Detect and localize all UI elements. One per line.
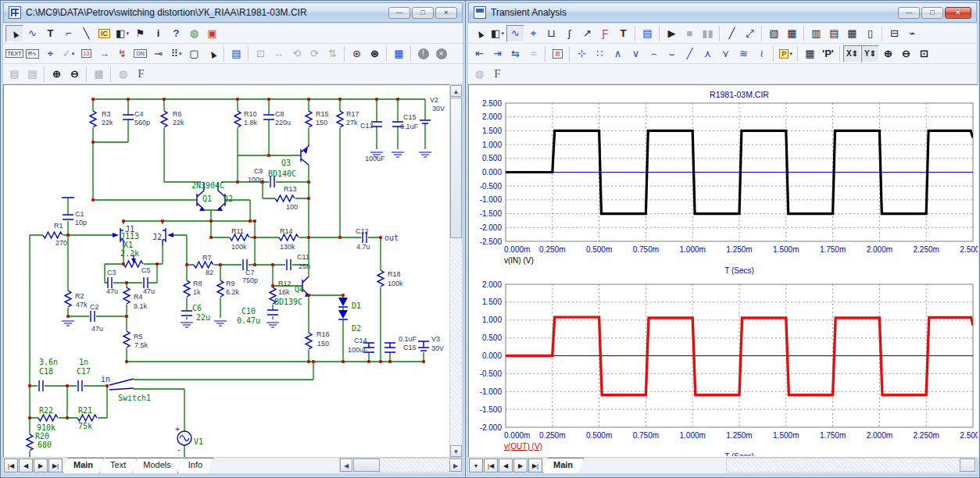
curve-label[interactable]: v(OUT) (V) xyxy=(504,442,542,451)
browse-web-icon[interactable]: ◍ xyxy=(185,25,203,42)
cursor-button[interactable]: ▲ xyxy=(203,45,221,62)
waveform-plot-vin[interactable]: 2.5002.0001.5001.0000.5000.000-0.500-1.0… xyxy=(469,87,978,276)
select-tool[interactable]: ▲ xyxy=(470,25,488,42)
text-mode-button[interactable]: T xyxy=(614,25,632,42)
part-list-dropdown[interactable]: P▾ xyxy=(777,45,795,62)
flag-mode-icon[interactable]: ⚑ xyxy=(131,25,149,42)
numeric-output-button[interactable]: ▦ xyxy=(801,45,819,62)
condition-display-button[interactable]: ON xyxy=(131,45,149,62)
tag-fourier-button[interactable]: Ƒ xyxy=(596,25,614,42)
x-scale-button[interactable]: X⇕ xyxy=(843,45,861,62)
zoom-out-button[interactable]: ⊖ xyxy=(897,45,915,62)
rotate-button[interactable]: ⟲ xyxy=(288,45,306,62)
nav-button-x[interactable]: ▶ xyxy=(513,458,528,473)
tab-main[interactable]: Main xyxy=(63,458,104,473)
go-to-high-button[interactable]: ⌢ xyxy=(645,45,663,62)
data-points-button[interactable]: ▦ xyxy=(783,25,801,42)
find-repeat-button[interactable]: ⊛ xyxy=(366,45,384,62)
cursor-lock-both-button[interactable]: ⇆ xyxy=(506,45,524,62)
nav-button-x[interactable]: ▶ xyxy=(34,458,48,473)
design-web-button[interactable]: ◍ xyxy=(114,66,132,83)
run-button[interactable]: ▶ xyxy=(663,25,681,42)
maximize-button[interactable]: □ xyxy=(921,7,943,19)
nav-button-xx[interactable]: ▶| xyxy=(528,458,542,473)
copy-stamp-button[interactable]: ▤ xyxy=(23,66,41,83)
grid-none-button[interactable]: ▯ xyxy=(861,25,879,42)
schematic-canvas[interactable]: R322kC4560pR622kR101.8kC8220uR15150R1727… xyxy=(3,84,452,458)
envelope-button[interactable]: ≋ xyxy=(735,45,753,62)
minimize-button[interactable]: — xyxy=(898,7,920,19)
go-to-low-button[interactable]: ⌣ xyxy=(663,45,681,62)
model-editor-button[interactable]: ▦ xyxy=(390,45,408,62)
schematic-titlebar[interactable]: C:\MC9\DATA\Petrov\switching distortion\… xyxy=(3,2,463,23)
paste-stamp-button[interactable]: ▤ xyxy=(5,66,23,83)
text-mode-icon[interactable]: T xyxy=(41,25,59,42)
scope-mode-button[interactable]: ∿ xyxy=(506,25,524,42)
font-button[interactable]: F xyxy=(488,66,506,83)
grid-vertical-button[interactable]: ▥ xyxy=(807,25,825,42)
find-button[interactable]: ⊛ xyxy=(348,45,366,62)
box-select-button[interactable]: ⊡ xyxy=(252,45,270,62)
tab-info[interactable]: Info xyxy=(177,458,213,473)
properties-button[interactable]: ▤ xyxy=(227,45,245,62)
properties-button[interactable]: ▤ xyxy=(638,25,656,42)
border-display-button[interactable]: ▢ xyxy=(185,45,203,62)
component-mode-icon[interactable]: IC xyxy=(95,25,113,42)
error-clear-button[interactable]: × xyxy=(432,45,450,62)
workpoint-button[interactable]: ✓▾ xyxy=(59,45,77,62)
select-tool[interactable]: ▲ xyxy=(5,25,23,42)
nav-button-xx[interactable]: |◀ xyxy=(484,458,498,473)
cursor-lock-right-button[interactable]: ⇥ xyxy=(488,45,506,62)
wire-mode-icon[interactable]: ∿ xyxy=(23,25,41,42)
zoom-in-button[interactable]: ⊕ xyxy=(48,66,66,83)
info-mode-icon[interactable]: i xyxy=(149,25,167,42)
tag-slope-button[interactable]: ↗ xyxy=(578,25,596,42)
tag-function-button[interactable]: ʃ xyxy=(560,25,578,42)
zoom-out-button[interactable]: ⊖ xyxy=(66,66,84,83)
zoom-area-button[interactable]: ⊡ xyxy=(915,45,933,62)
nav-button-xx[interactable]: ▶| xyxy=(48,458,63,473)
grid-horizontal-button[interactable]: ▤ xyxy=(825,25,843,42)
measure-line-button[interactable]: ⤢ xyxy=(741,25,759,42)
nav-button-x[interactable]: ▾ xyxy=(469,458,483,473)
horizontal-scrollbar[interactable]: ◀ ▶ xyxy=(339,458,463,473)
attribute-display-button[interactable]: R∿ xyxy=(23,45,41,62)
help-mode-icon[interactable]: ? xyxy=(167,25,185,42)
y-scale-button[interactable]: Y⇕ xyxy=(861,45,879,62)
text-display-button[interactable]: TEXT xyxy=(5,45,23,62)
rotate-cw-button[interactable]: ⟳ xyxy=(306,45,324,62)
go-to-peak-button[interactable]: ∧ xyxy=(609,45,627,62)
pause-button[interactable]: ▮▮ xyxy=(699,25,717,42)
design-web-button[interactable]: ◍ xyxy=(470,66,488,83)
error-info-button[interactable]: ! xyxy=(414,45,432,62)
close-button[interactable]: × xyxy=(945,7,971,19)
current-display-button[interactable]: → xyxy=(95,45,113,62)
stop-button[interactable]: ■ xyxy=(681,25,699,42)
align-cursors-button[interactable]: ≈ xyxy=(524,45,542,62)
cursor-horizontal-button[interactable]: ⊹ xyxy=(573,45,591,62)
cursor-mode-button[interactable]: ⌖ xyxy=(524,25,542,42)
font-button[interactable]: F xyxy=(132,66,150,83)
tab-models[interactable]: Models xyxy=(132,458,181,473)
local-min-button[interactable]: ⋎ xyxy=(717,45,735,62)
waveform-buffer-button[interactable]: ≀ xyxy=(753,45,771,62)
curve-label[interactable]: v(IN) (V) xyxy=(504,256,534,265)
select-region-button[interactable]: ▧ xyxy=(765,25,783,42)
move-button[interactable]: ↔ xyxy=(270,45,288,62)
flip-button[interactable]: ⇅ xyxy=(324,45,342,62)
nav-button-x[interactable]: ◀ xyxy=(499,458,513,473)
zoom-in-button[interactable]: ⊕ xyxy=(879,45,897,62)
graphics-dropdown[interactable]: ◧▾ xyxy=(488,25,506,42)
go-to-inflection-button[interactable]: ╱ xyxy=(681,45,699,62)
horizontal-scrollbar[interactable] xyxy=(726,458,977,473)
shapes-dropdown[interactable]: ◧▾ xyxy=(113,25,131,42)
analysis-titlebar[interactable]: Transient Analysis — □ × xyxy=(468,2,977,23)
line-tool-button[interactable]: ╱ xyxy=(723,25,741,42)
wire-orthogonal-icon[interactable]: ⌐ xyxy=(59,25,77,42)
maximize-button[interactable]: □ xyxy=(412,7,434,19)
periodic-steady-button[interactable]: 'P' xyxy=(819,45,837,62)
grid-full-button[interactable]: ▦ xyxy=(843,25,861,42)
trim-button[interactable]: ⌁ xyxy=(903,25,921,42)
tab-text[interactable]: Text xyxy=(99,458,137,473)
nav-button-xx[interactable]: |◀ xyxy=(4,458,18,473)
